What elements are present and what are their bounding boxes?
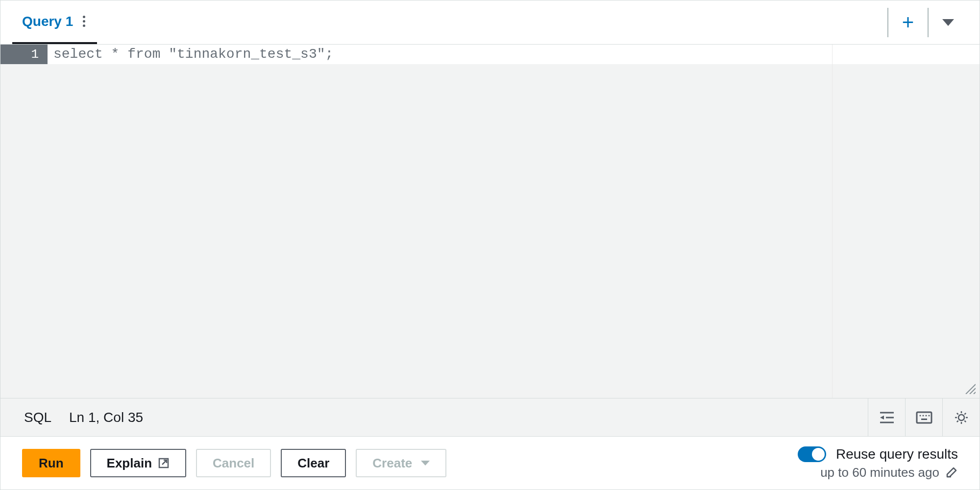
- button-label: Explain: [107, 456, 152, 471]
- explain-button[interactable]: Explain: [90, 449, 186, 477]
- edit-icon[interactable]: [945, 466, 958, 479]
- keyboard-button[interactable]: [905, 398, 942, 436]
- button-label: Clear: [297, 456, 329, 471]
- create-dropdown-button[interactable]: Create: [356, 449, 446, 477]
- button-label: Run: [39, 456, 64, 471]
- plus-icon: +: [902, 12, 914, 33]
- sql-editor[interactable]: 1 select * from "tinnakorn_test_s3";: [0, 45, 980, 398]
- editor-margin-line: [832, 45, 833, 398]
- toggle-knob: [812, 448, 825, 461]
- reuse-results-toggle[interactable]: [798, 446, 826, 462]
- format-button[interactable]: [868, 398, 905, 436]
- new-tab-button[interactable]: +: [888, 5, 928, 40]
- editor-line[interactable]: select * from "tinnakorn_test_s3";: [48, 45, 980, 64]
- status-language: SQL: [24, 410, 51, 425]
- svg-point-9: [922, 415, 924, 416]
- tab-dropdown-button[interactable]: [929, 5, 968, 40]
- svg-rect-12: [921, 419, 927, 420]
- button-label: Create: [372, 456, 412, 471]
- svg-marker-4: [880, 416, 884, 420]
- tab-query-1[interactable]: Query 1: [12, 0, 97, 44]
- svg-point-10: [925, 415, 927, 416]
- reuse-results-section: Reuse query results up to 60 minutes ago: [798, 446, 958, 480]
- tab-bar-actions: +: [887, 5, 968, 40]
- sql-code: select * from "tinnakorn_test_s3";: [53, 47, 333, 62]
- action-bar: Run Explain Cancel Clear Create Reuse qu…: [0, 437, 980, 490]
- gutter-line-number: 1: [0, 45, 48, 64]
- reuse-results-label: Reuse query results: [836, 446, 958, 462]
- chevron-down-icon: [942, 19, 954, 26]
- indent-icon: [879, 411, 895, 424]
- reuse-results-subtext: up to 60 minutes ago: [820, 465, 939, 480]
- svg-rect-7: [917, 412, 931, 423]
- tab-label: Query 1: [22, 14, 73, 29]
- svg-point-8: [919, 415, 921, 416]
- editor-gutter: 1: [0, 45, 48, 398]
- clear-button[interactable]: Clear: [281, 449, 346, 477]
- svg-point-11: [928, 415, 930, 416]
- resize-grip-icon[interactable]: [964, 382, 978, 396]
- chevron-down-icon: [421, 461, 430, 466]
- keyboard-icon: [916, 411, 932, 424]
- button-label: Cancel: [213, 456, 254, 471]
- run-button[interactable]: Run: [22, 449, 80, 477]
- external-link-icon: [158, 457, 170, 469]
- tab-bar: Query 1 +: [0, 0, 980, 45]
- editor-content[interactable]: select * from "tinnakorn_test_s3";: [48, 45, 980, 398]
- gear-icon: [954, 410, 969, 425]
- status-bar: SQL Ln 1, Col 35: [0, 398, 980, 437]
- status-actions: [868, 398, 980, 436]
- svg-line-2: [974, 392, 976, 394]
- status-cursor-position: Ln 1, Col 35: [69, 410, 143, 425]
- settings-button[interactable]: [942, 398, 980, 436]
- kebab-menu-icon[interactable]: [81, 14, 87, 29]
- cancel-button[interactable]: Cancel: [196, 449, 271, 477]
